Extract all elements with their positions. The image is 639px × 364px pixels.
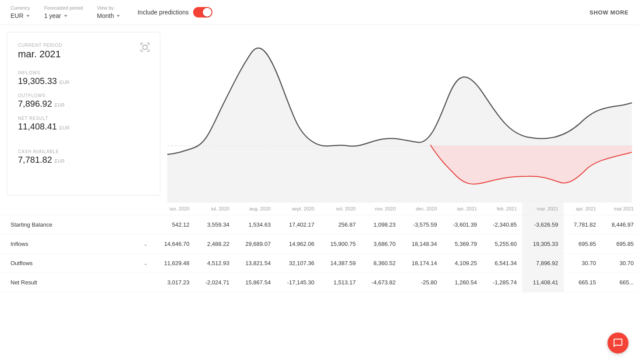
forecasted-label: Forecasted period bbox=[44, 5, 83, 10]
viewby-dropdown[interactable]: Month bbox=[97, 12, 120, 19]
cell-r1-c3: 14,962.06 bbox=[276, 234, 320, 254]
cell-r1-c5: 3,686.70 bbox=[361, 234, 401, 254]
viewby-chevron-icon bbox=[117, 15, 120, 17]
cell-r0-c7: -3,601.39 bbox=[442, 215, 482, 234]
cell-r0-c5: 1,098.23 bbox=[361, 215, 401, 234]
cell-r0-c1: 3,559.34 bbox=[195, 215, 235, 234]
table-header-nov.-2020: nov. 2020 bbox=[361, 203, 401, 215]
net-result-label: NET RESULT bbox=[18, 116, 149, 121]
currency-group: Currency EUR bbox=[11, 5, 30, 19]
header-row: iun. 2020iul. 2020aug. 2020sept. 2020oct… bbox=[0, 203, 639, 215]
cell-r0-c6: -3,575.59 bbox=[401, 215, 442, 234]
cell-r1-c4: 15,900.75 bbox=[320, 234, 361, 254]
chart-area bbox=[167, 25, 639, 203]
cell-r3-c9: 11,408.41 bbox=[522, 273, 564, 292]
table-row: Outflows⌄11,629.484,512.9313,821.5432,10… bbox=[0, 254, 639, 273]
expand-icon[interactable]: ⌄ bbox=[143, 241, 148, 247]
cell-r1-c9: 19,305.33 bbox=[522, 234, 564, 254]
cell-r1-c2: 29,689.07 bbox=[235, 234, 276, 254]
cell-r0-c2: 1,534.63 bbox=[235, 215, 276, 234]
cell-r3-c5: -4,673.82 bbox=[361, 273, 401, 292]
cell-r1-c10: 695.85 bbox=[564, 234, 601, 254]
cell-r2-c8: 6,541.34 bbox=[482, 254, 522, 273]
cell-r2-c0: 11,629.48 bbox=[153, 254, 195, 273]
row-label-text: Outflows bbox=[11, 260, 33, 266]
cell-r2-c1: 4,512.93 bbox=[195, 254, 235, 273]
viewby-label: View by bbox=[97, 5, 120, 10]
table-header-sept.-2020: sept. 2020 bbox=[276, 203, 320, 215]
cell-r2-c5: 8,360.52 bbox=[361, 254, 401, 273]
currency-chevron-icon bbox=[26, 15, 30, 17]
cell-r2-c7: 4,109.25 bbox=[442, 254, 482, 273]
table-header: iun. 2020iul. 2020aug. 2020sept. 2020oct… bbox=[0, 203, 639, 215]
table-header-oct.-2020: oct. 2020 bbox=[320, 203, 361, 215]
cell-r2-c10: 30.70 bbox=[564, 254, 601, 273]
cell-r3-c4: 1,513.17 bbox=[320, 273, 361, 292]
chart-container bbox=[167, 32, 632, 203]
show-more-button[interactable]: SHOW MORE bbox=[590, 9, 628, 16]
table-header-dec.-2020: dec. 2020 bbox=[401, 203, 442, 215]
outflows-value: 7,896.92 EUR bbox=[18, 99, 149, 109]
svg-rect-0 bbox=[143, 45, 147, 49]
cell-r0-c3: 17,402.17 bbox=[276, 215, 320, 234]
cell-r2-c6: 18,174.14 bbox=[401, 254, 442, 273]
period-group: CURRENT PERIOD mar. 2021 bbox=[18, 43, 149, 60]
cell-r0-c0: 542.12 bbox=[153, 215, 195, 234]
currency-dropdown[interactable]: EUR bbox=[11, 12, 30, 19]
cell-r3-c3: -17,145.30 bbox=[276, 273, 320, 292]
outflows-group: OUTFLOWS 7,896.92 EUR bbox=[18, 93, 149, 109]
data-table: iun. 2020iul. 2020aug. 2020sept. 2020oct… bbox=[0, 203, 639, 292]
table-body: Starting Balance542.123,559.341,534.6317… bbox=[0, 215, 639, 292]
table-header-aug.-2020: aug. 2020 bbox=[235, 203, 276, 215]
forecasted-dropdown[interactable]: 1 year bbox=[44, 12, 83, 19]
cell-r3-c8: -1,285.74 bbox=[482, 273, 522, 292]
net-result-group: NET RESULT 11,408.41 EUR bbox=[18, 116, 149, 132]
outflows-label: OUTFLOWS bbox=[18, 93, 149, 98]
row-label-0: Starting Balance bbox=[0, 215, 153, 234]
row-label-text: Inflows bbox=[11, 241, 28, 247]
cell-r2-c11: 30.70 bbox=[601, 254, 639, 273]
table-header-mar.-2021: mar. 2021 bbox=[522, 203, 564, 215]
cell-r0-c4: 256.87 bbox=[320, 215, 361, 234]
cell-r3-c2: 15,867.54 bbox=[235, 273, 276, 292]
table-row: Net Result3,017.23-2,024.7115,867.54-17,… bbox=[0, 273, 639, 292]
period-value: mar. 2021 bbox=[18, 49, 149, 60]
table-section: iun. 2020iul. 2020aug. 2020sept. 2020oct… bbox=[0, 203, 639, 292]
cell-r3-c0: 3,017.23 bbox=[153, 273, 195, 292]
table-header-empty bbox=[0, 203, 153, 215]
row-label-2: Outflows⌄ bbox=[0, 254, 153, 273]
cell-r1-c7: 5,369.79 bbox=[442, 234, 482, 254]
forecasted-chevron-icon bbox=[64, 15, 67, 17]
table-header-apr.-2021: apr. 2021 bbox=[564, 203, 601, 215]
row-label-text: Net Result bbox=[11, 279, 37, 286]
table-row: Inflows⌄14,646.702,488.2229,689.0714,962… bbox=[0, 234, 639, 254]
cell-r0-c11: 8,446.97 bbox=[601, 215, 639, 234]
cash-value: 7,781.82 EUR bbox=[18, 155, 149, 165]
table-header-ian.-2021: ian. 2021 bbox=[442, 203, 482, 215]
cell-r2-c4: 14,387.59 bbox=[320, 254, 361, 273]
currency-label: Currency bbox=[11, 5, 30, 10]
table-row: Starting Balance542.123,559.341,534.6317… bbox=[0, 215, 639, 234]
predictions-toggle[interactable] bbox=[193, 7, 212, 18]
cell-r2-c2: 13,821.54 bbox=[235, 254, 276, 273]
forecasted-group: Forecasted period 1 year bbox=[44, 5, 83, 19]
predictions-label: Include predictions bbox=[138, 9, 189, 16]
left-panel: CURRENT PERIOD mar. 2021 INFLOWS 19,305.… bbox=[7, 32, 160, 196]
row-label-1: Inflows⌄ bbox=[0, 234, 153, 254]
cell-r3-c1: -2,024.71 bbox=[195, 273, 235, 292]
cell-r3-c11: 665... bbox=[601, 273, 639, 292]
cell-r1-c6: 18,148.34 bbox=[401, 234, 442, 254]
cell-r3-c6: -25.80 bbox=[401, 273, 442, 292]
predictions-group: Include predictions bbox=[138, 7, 212, 18]
net-result-value: 11,408.41 EUR bbox=[18, 122, 149, 132]
scan-icon[interactable] bbox=[139, 41, 151, 53]
table-header-mai-2021: mai 2021 bbox=[601, 203, 639, 215]
toolbar: Currency EUR Forecasted period 1 year Vi… bbox=[0, 0, 639, 25]
cell-r1-c1: 2,488.22 bbox=[195, 234, 235, 254]
cell-r1-c11: 695.85 bbox=[601, 234, 639, 254]
cell-r1-c0: 14,646.70 bbox=[153, 234, 195, 254]
inflows-label: INFLOWS bbox=[18, 70, 149, 75]
table-header-feb.-2021: feb. 2021 bbox=[482, 203, 522, 215]
table-header-iun.-2020: iun. 2020 bbox=[153, 203, 195, 215]
expand-icon[interactable]: ⌄ bbox=[143, 260, 148, 266]
